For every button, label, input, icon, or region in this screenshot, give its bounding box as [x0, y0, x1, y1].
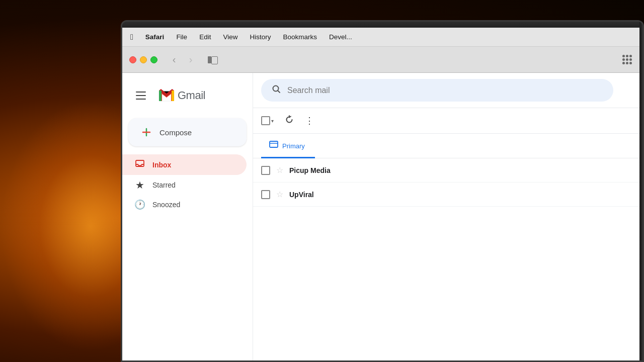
select-all-area[interactable]: ▾: [261, 116, 274, 125]
edit-menu[interactable]: Edit: [199, 33, 211, 41]
search-bar[interactable]: Search mail: [261, 79, 613, 102]
safari-menu[interactable]: Safari: [145, 33, 165, 41]
email-list: ☆ Picup Media ☆ UpViral: [253, 158, 642, 362]
browser-chrome: ‹ ›: [122, 47, 642, 73]
email-sender: UpViral: [289, 191, 350, 199]
close-button[interactable]: [129, 56, 136, 63]
email-row[interactable]: ☆ UpViral: [253, 183, 642, 207]
email-checkbox[interactable]: [261, 190, 270, 199]
maximize-button[interactable]: [150, 56, 157, 63]
macos-menu-bar:  Safari File Edit View History Bookmark…: [122, 28, 642, 47]
forward-button[interactable]: ›: [183, 52, 198, 67]
sidebar-item-snoozed[interactable]: 🕐 Snoozed: [122, 195, 247, 214]
chevron-right-icon: ›: [189, 54, 193, 65]
more-options-button[interactable]: ⋮: [301, 112, 318, 129]
chevron-left-icon: ‹: [173, 54, 176, 65]
primary-tab-label: Primary: [282, 142, 305, 150]
laptop-frame:  Safari File Edit View History Bookmark…: [121, 20, 644, 362]
nav-buttons: ‹ ›: [167, 52, 198, 67]
star-icon: ★: [134, 179, 145, 191]
apple-menu[interactable]: : [130, 33, 133, 42]
svg-rect-3: [159, 90, 162, 101]
sidebar-item-starred[interactable]: ★ Starred: [122, 175, 247, 195]
hamburger-line: [136, 95, 146, 96]
grid-dot: [629, 55, 632, 57]
develop-menu[interactable]: Devel...: [329, 33, 352, 41]
grid-dot: [626, 55, 628, 57]
email-star-icon[interactable]: ☆: [276, 165, 283, 175]
email-tabs: Primary: [253, 134, 642, 158]
svg-rect-4: [172, 90, 174, 101]
grid-dot: [622, 58, 625, 61]
gmail-header: Gmail: [122, 78, 253, 116]
history-menu[interactable]: History: [250, 33, 271, 41]
gmail-content: Gmail Compose: [122, 73, 642, 362]
inbox-label: Inbox: [152, 161, 171, 169]
compose-label: Compose: [159, 128, 192, 137]
email-sender: Picup Media: [289, 166, 350, 174]
gmail-wordmark: Gmail: [178, 89, 205, 102]
minimize-button[interactable]: [140, 56, 147, 63]
laptop-bezel: [122, 22, 642, 28]
grid-view-button[interactable]: [618, 52, 635, 67]
hamburger-line: [136, 92, 146, 93]
more-dots-icon: ⋮: [305, 115, 314, 126]
select-all-checkbox[interactable]: [261, 116, 270, 125]
grid-dots-icon: [622, 55, 632, 64]
search-icon: [271, 84, 281, 97]
inbox-icon: [134, 158, 145, 171]
email-star-icon[interactable]: ☆: [276, 190, 283, 199]
email-toolbar: ▾ ⋮: [253, 108, 642, 134]
clock-icon: 🕐: [134, 199, 145, 210]
tab-primary[interactable]: Primary: [261, 134, 315, 158]
file-menu[interactable]: File: [176, 33, 187, 41]
sidebar-item-inbox[interactable]: Inbox: [122, 154, 247, 175]
email-checkbox[interactable]: [261, 166, 270, 175]
gmail-toolbar: Search mail: [253, 73, 642, 108]
compose-plus-icon: [140, 126, 152, 138]
laptop-edge: [639, 22, 642, 360]
grid-dot: [622, 55, 625, 57]
grid-dot: [626, 62, 628, 64]
grid-dot: [626, 58, 628, 61]
sidebar-toggle-icon: [208, 56, 218, 63]
refresh-icon: [285, 115, 294, 127]
gmail-m-logo-icon: [157, 86, 176, 105]
hamburger-line: [136, 99, 146, 100]
back-button[interactable]: ‹: [167, 52, 182, 67]
snoozed-label: Snoozed: [152, 201, 180, 209]
sidebar-toggle-button[interactable]: [204, 52, 221, 67]
refresh-button[interactable]: [281, 112, 298, 129]
grid-dot: [629, 62, 632, 64]
grid-dot: [622, 62, 625, 64]
gmail-logo-area: Gmail: [157, 86, 205, 105]
bookmarks-menu[interactable]: Bookmarks: [283, 33, 317, 41]
gmail-sidebar: Gmail Compose: [122, 73, 253, 362]
search-placeholder: Search mail: [287, 86, 330, 95]
traffic-lights: [129, 56, 157, 63]
svg-rect-7: [270, 141, 278, 147]
gmail-main: Search mail ▾: [253, 73, 642, 362]
starred-label: Starred: [152, 181, 176, 189]
grid-dot: [629, 58, 632, 61]
hamburger-menu-button[interactable]: [130, 85, 151, 106]
compose-button[interactable]: Compose: [128, 118, 247, 146]
email-row[interactable]: ☆ Picup Media: [253, 158, 642, 183]
primary-tab-icon: [269, 141, 278, 151]
select-dropdown-icon[interactable]: ▾: [271, 118, 274, 124]
view-menu[interactable]: View: [223, 33, 237, 41]
